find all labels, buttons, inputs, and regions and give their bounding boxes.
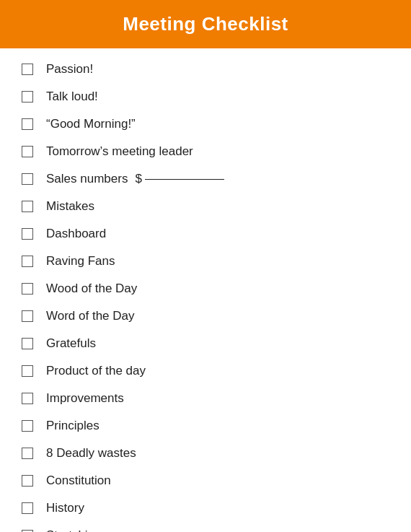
item-label: “Good Morning!” (46, 117, 136, 131)
sales-label: Sales numbers (46, 172, 128, 186)
list-item: Dashboard (22, 220, 389, 248)
item-label: Product of the day (46, 364, 146, 378)
item-label: Principles (46, 419, 100, 433)
list-item: Passion! (22, 56, 389, 83)
list-item: “Good Morning!” (22, 110, 389, 138)
list-item: Constitution (22, 467, 389, 494)
item-label: Constitution (46, 474, 111, 488)
checklist: Passion!Talk loud!“Good Morning!”Tomorro… (0, 48, 411, 532)
checkbox-icon[interactable] (22, 91, 33, 103)
item-label: Dashboard (46, 227, 106, 241)
list-item: Sales numbers$ (22, 165, 389, 193)
checkbox-icon[interactable] (22, 256, 33, 267)
meeting-checklist-card: Meeting Checklist Passion!Talk loud!“Goo… (0, 0, 411, 532)
checkbox-icon[interactable] (22, 64, 33, 75)
header: Meeting Checklist (0, 0, 411, 48)
checkbox-icon[interactable] (22, 475, 33, 487)
list-item: Wood of the Day (22, 275, 389, 302)
list-item: Improvements (22, 385, 389, 412)
item-label: Mistakes (46, 199, 94, 214)
list-item: Product of the day (22, 357, 389, 385)
item-label: Gratefuls (46, 336, 96, 351)
item-label: Improvements (46, 391, 124, 406)
item-label: History (46, 501, 84, 515)
checkbox-icon[interactable] (22, 228, 33, 240)
list-item: Gratefuls (22, 330, 389, 357)
item-label: Raving Fans (46, 254, 115, 269)
checkbox-icon[interactable] (22, 146, 33, 157)
item-label: Passion! (46, 62, 93, 77)
item-label: Talk loud! (46, 90, 98, 104)
list-item: Word of the Day (22, 302, 389, 330)
sales-dollar: $ (135, 172, 141, 186)
checkbox-icon[interactable] (22, 338, 33, 349)
checkbox-icon[interactable] (22, 502, 33, 514)
checkbox-icon[interactable] (22, 173, 33, 185)
list-item: Tomorrow’s meeting leader (22, 138, 389, 165)
checkbox-icon[interactable] (22, 310, 33, 322)
list-item: Mistakes (22, 193, 389, 220)
item-label: Stretching (46, 528, 102, 532)
list-item: Principles (22, 412, 389, 440)
page-title: Meeting Checklist (123, 13, 288, 35)
list-item: 8 Deadly wastes (22, 440, 389, 467)
item-label: Tomorrow’s meeting leader (46, 144, 193, 159)
item-label: Sales numbers$ (46, 172, 224, 186)
checkbox-icon[interactable] (22, 448, 33, 459)
sales-underline (145, 178, 224, 180)
checkbox-icon[interactable] (22, 365, 33, 377)
item-label: Word of the Day (46, 309, 135, 323)
list-item: Raving Fans (22, 248, 389, 275)
list-item: History (22, 494, 389, 522)
item-label: 8 Deadly wastes (46, 446, 136, 461)
list-item: Stretching (22, 522, 389, 532)
checkbox-icon[interactable] (22, 201, 33, 212)
list-item: Talk loud! (22, 83, 389, 110)
item-label: Wood of the Day (46, 282, 137, 296)
checkbox-icon[interactable] (22, 283, 33, 295)
checkbox-icon[interactable] (22, 118, 33, 130)
checkbox-icon[interactable] (22, 420, 33, 432)
checkbox-icon[interactable] (22, 393, 33, 404)
